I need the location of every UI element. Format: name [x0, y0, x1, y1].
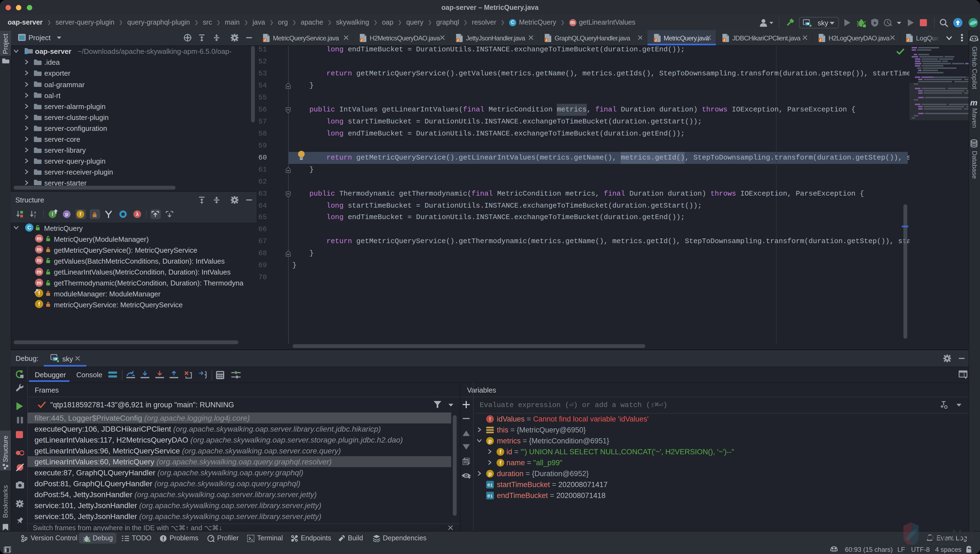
svg-text:m: m: [37, 257, 41, 263]
svg-text:λ: λ: [136, 212, 139, 217]
svg-text:m: m: [37, 247, 41, 252]
svg-text:f: f: [500, 449, 501, 455]
svg-text:J: J: [819, 38, 821, 42]
svg-text:I: I: [52, 212, 53, 217]
svg-text:p: p: [488, 470, 492, 476]
svg-text:f: f: [80, 212, 81, 217]
svg-text:p: p: [65, 212, 68, 217]
svg-text:m: m: [37, 269, 41, 275]
svg-text:z: z: [34, 214, 36, 218]
svg-text:J: J: [456, 38, 458, 42]
svg-text:C: C: [27, 224, 31, 231]
svg-text:m: m: [37, 279, 41, 285]
svg-text:J: J: [907, 38, 909, 42]
svg-text:01: 01: [487, 494, 493, 498]
svg-text:p: p: [488, 438, 492, 444]
svg-text:!: !: [489, 416, 491, 422]
svg-text:01: 01: [487, 482, 493, 488]
svg-text:m: m: [37, 236, 41, 242]
svg-text:f: f: [500, 460, 501, 465]
svg-text:J: J: [361, 38, 362, 42]
svg-text:f: f: [38, 301, 40, 307]
svg-text:J: J: [263, 38, 265, 42]
svg-text:J: J: [723, 38, 725, 42]
svg-text:J: J: [654, 38, 656, 42]
svg-text:J: J: [545, 38, 547, 42]
